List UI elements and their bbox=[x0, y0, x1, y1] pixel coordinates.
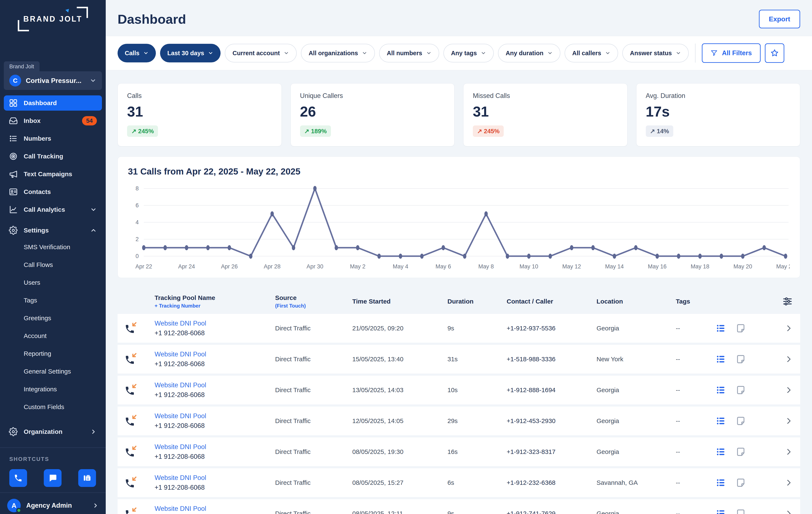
note-icon[interactable] bbox=[736, 509, 746, 514]
tracking-pool-link[interactable]: Website DNI Pool bbox=[154, 474, 275, 482]
sidebar-item-dashboard[interactable]: Dashboard bbox=[4, 95, 102, 111]
sidebar-subitem-account[interactable]: Account bbox=[4, 329, 102, 342]
column-tracking-number-sub[interactable]: + Tracking Number bbox=[154, 303, 275, 309]
chevron-right-icon[interactable] bbox=[784, 509, 793, 514]
table-row[interactable]: Website DNI Pool +1 912-208-6068 Direct … bbox=[118, 437, 800, 466]
all-filters-button[interactable]: All Filters bbox=[702, 44, 760, 63]
filter-label: All organizations bbox=[309, 50, 358, 57]
note-icon[interactable] bbox=[736, 354, 746, 364]
call-details-list-icon[interactable] bbox=[716, 354, 726, 364]
chevron-right-icon[interactable] bbox=[784, 479, 793, 487]
shortcut-message-button[interactable] bbox=[44, 469, 61, 487]
filter-any-duration[interactable]: Any duration bbox=[498, 44, 560, 62]
filter-current-account[interactable]: Current account bbox=[225, 44, 297, 62]
chevron-right-icon[interactable] bbox=[784, 324, 793, 333]
sidebar-subitem-greetings[interactable]: Greetings bbox=[4, 312, 102, 325]
svg-text:0: 0 bbox=[136, 253, 139, 259]
call-details-list-icon[interactable] bbox=[716, 478, 726, 488]
sidebar-item-contacts[interactable]: Contacts bbox=[4, 184, 102, 199]
chevron-down-icon bbox=[547, 50, 553, 56]
tracking-pool-link[interactable]: Website DNI Pool bbox=[154, 412, 275, 420]
note-icon[interactable] bbox=[736, 323, 746, 333]
sidebar-item-organization[interactable]: Organization bbox=[4, 424, 102, 439]
sidebar-item-inbox[interactable]: Inbox 54 bbox=[4, 113, 102, 128]
table-row[interactable]: Website DNI Pool +1 912-208-6068 Direct … bbox=[118, 468, 800, 497]
tracking-pool-link[interactable]: Website DNI Pool bbox=[154, 443, 275, 451]
shortcut-call-button[interactable] bbox=[9, 469, 27, 487]
inbox-badge: 54 bbox=[82, 116, 97, 125]
sidebar-subitem-reporting[interactable]: Reporting bbox=[4, 347, 102, 360]
call-details-list-icon[interactable] bbox=[716, 385, 726, 395]
chart-line-icon bbox=[9, 205, 18, 214]
filter-any-tags[interactable]: Any tags bbox=[443, 44, 494, 62]
location-cell: Georgia bbox=[597, 448, 676, 455]
tracking-pool-link[interactable]: Website DNI Pool bbox=[154, 320, 275, 327]
export-button[interactable]: Export bbox=[759, 10, 800, 28]
filter-answer-status[interactable]: Answer status bbox=[622, 44, 689, 62]
sidebar-subitem-sms-verification[interactable]: SMS Verification bbox=[4, 240, 102, 254]
note-icon[interactable] bbox=[736, 478, 746, 488]
sidebar-subitem-custom-fields[interactable]: Custom Fields bbox=[4, 400, 102, 413]
user-avatar-initial: A bbox=[11, 502, 16, 510]
filter-metric-label: Calls bbox=[125, 50, 139, 57]
filter-all-organizations[interactable]: All organizations bbox=[301, 44, 375, 62]
tracking-pool-link[interactable]: Website DNI Pool bbox=[154, 381, 275, 389]
stats-row: Calls 31 ↗ 245% Unique Callers 26 ↗ 189%… bbox=[118, 83, 800, 146]
user-menu[interactable]: A Agency Admin bbox=[4, 493, 102, 512]
sidebar-item-call-analytics[interactable]: Call Analytics bbox=[4, 202, 102, 217]
table-row[interactable]: Website DNI Pool +1 912-208-6068 Direct … bbox=[118, 499, 800, 514]
call-details-list-icon[interactable] bbox=[716, 509, 726, 514]
trend-arrow-icon: ↗ bbox=[131, 127, 136, 135]
call-details-list-icon[interactable] bbox=[716, 447, 726, 457]
sidebar-item-settings[interactable]: Settings bbox=[4, 223, 102, 238]
chevron-down-icon bbox=[90, 77, 96, 84]
filter-all-numbers[interactable]: All numbers bbox=[379, 44, 439, 62]
call-details-list-icon[interactable] bbox=[716, 323, 726, 333]
shortcut-fax-button[interactable] bbox=[78, 469, 96, 487]
filter-label: Current account bbox=[232, 50, 280, 57]
note-icon[interactable] bbox=[736, 447, 746, 457]
tags-cell: -- bbox=[676, 510, 716, 514]
tracking-pool-link[interactable]: Website DNI Pool bbox=[154, 505, 275, 513]
table-row[interactable]: Website DNI Pool +1 912-208-6068 Direct … bbox=[118, 406, 800, 435]
sidebar-subitem-tags[interactable]: Tags bbox=[4, 294, 102, 307]
chevron-right-icon[interactable] bbox=[784, 355, 793, 363]
tags-cell: -- bbox=[676, 325, 716, 332]
sidebar-subitem-users[interactable]: Users bbox=[4, 276, 102, 289]
location-cell: Savannah, GA bbox=[597, 479, 676, 486]
tracking-pool-link[interactable]: Website DNI Pool bbox=[154, 350, 275, 358]
incoming-call-icon bbox=[124, 445, 138, 458]
column-duration: Duration bbox=[447, 298, 506, 305]
sidebar-item-call-tracking[interactable]: Call Tracking bbox=[4, 149, 102, 164]
filter-metric[interactable]: Calls bbox=[118, 44, 156, 62]
sidebar-item-label: Organization bbox=[24, 428, 62, 435]
column-tags: Tags bbox=[676, 298, 716, 305]
sidebar-subitem-general-settings[interactable]: General Settings bbox=[4, 365, 102, 378]
stat-label: Calls bbox=[127, 92, 272, 99]
table-row[interactable]: Website DNI Pool +1 912-208-6068 Direct … bbox=[118, 345, 800, 374]
column-settings-icon[interactable] bbox=[782, 296, 792, 307]
note-icon[interactable] bbox=[736, 385, 746, 395]
chevron-right-icon[interactable] bbox=[784, 417, 793, 425]
chevron-right-icon[interactable] bbox=[784, 448, 793, 456]
call-details-list-icon[interactable] bbox=[716, 416, 726, 426]
svg-text:May 22: May 22 bbox=[776, 263, 790, 270]
table-row[interactable]: Website DNI Pool +1 912-208-6068 Direct … bbox=[118, 314, 800, 343]
sidebar-item-label: Call Analytics bbox=[24, 206, 65, 213]
save-filter-star-button[interactable] bbox=[765, 44, 784, 63]
tags-cell: -- bbox=[676, 448, 716, 455]
column-first-touch-sub[interactable]: (First Touch) bbox=[275, 303, 352, 309]
time-started-cell: 15/05/2025, 13:40 bbox=[352, 355, 447, 363]
sidebar-item-text-campaigns[interactable]: Text Campaigns bbox=[4, 167, 102, 182]
sidebar-subitem-call-flows[interactable]: Call Flows bbox=[4, 258, 102, 272]
divider bbox=[0, 447, 106, 448]
account-switcher[interactable]: C Cortiva Pressur... bbox=[4, 71, 102, 90]
sidebar-item-numbers[interactable]: Numbers bbox=[4, 131, 102, 146]
filter-all-callers[interactable]: All callers bbox=[564, 44, 618, 62]
table-row[interactable]: Website DNI Pool +1 912-208-6068 Direct … bbox=[118, 376, 800, 404]
chevron-right-icon[interactable] bbox=[784, 386, 793, 394]
sidebar-subitem-integrations[interactable]: Integrations bbox=[4, 383, 102, 396]
svg-text:May 20: May 20 bbox=[733, 263, 752, 270]
note-icon[interactable] bbox=[736, 416, 746, 426]
filter-date-range[interactable]: Last 30 days bbox=[160, 44, 221, 62]
